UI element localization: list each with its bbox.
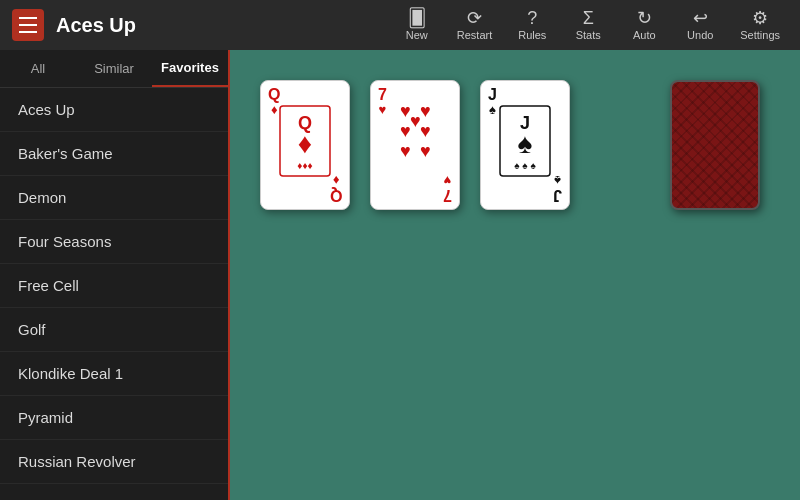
main-area: All Similar Favorites Aces Up Baker's Ga… [0, 50, 800, 500]
stats-button[interactable]: Σ Stats [564, 5, 612, 45]
card-suit: ♦ [332, 174, 339, 187]
new-button[interactable]: 🂠 New [393, 5, 441, 45]
restart-button[interactable]: ⟳ Restart [449, 5, 500, 45]
list-item[interactable]: Spider [0, 484, 228, 500]
hamburger-line [19, 31, 37, 33]
new-icon: 🂠 [408, 9, 426, 27]
undo-button[interactable]: ↩ Undo [676, 5, 724, 45]
svg-text:♠: ♠ [518, 128, 533, 159]
rules-button[interactable]: ? Rules [508, 5, 556, 45]
game-area: Q ♦ Q ♦ ♦♦♦ Q ♦ 7 ♥ [230, 50, 800, 500]
card-suit: ♠ [554, 174, 561, 187]
card-deck[interactable] [670, 80, 760, 210]
tab-favorites[interactable]: Favorites [152, 50, 228, 87]
undo-icon: ↩ [693, 9, 708, 27]
svg-text:♥: ♥ [420, 101, 431, 121]
svg-text:♥: ♥ [420, 121, 431, 141]
card-bottom-label: J ♠ [553, 174, 562, 203]
rules-label: Rules [518, 29, 546, 41]
list-item[interactable]: Free Cell [0, 264, 228, 308]
card-rank: 7 [443, 187, 452, 203]
sidebar-tabs: All Similar Favorites [0, 50, 228, 88]
list-item[interactable]: Demon [0, 176, 228, 220]
list-item[interactable]: Russian Revolver [0, 440, 228, 484]
settings-button[interactable]: ⚙ Settings [732, 5, 788, 45]
app-title: Aces Up [56, 14, 136, 37]
card-rank: Q [330, 187, 342, 203]
card-suit: ♥ [444, 174, 452, 187]
new-label: New [406, 29, 428, 41]
svg-text:♠ ♠ ♠: ♠ ♠ ♠ [514, 160, 536, 171]
list-item[interactable]: Klondike Deal 1 [0, 352, 228, 396]
card-face-center: J ♠ ♠ ♠ ♠ [495, 101, 555, 189]
svg-text:♥: ♥ [410, 111, 421, 131]
auto-icon: ↻ [637, 9, 652, 27]
tab-all[interactable]: All [0, 50, 76, 87]
card-jack-spades[interactable]: J ♠ J ♠ ♠ ♠ ♠ J ♠ [480, 80, 570, 210]
hamburger-line [19, 17, 37, 19]
restart-icon: ⟳ [467, 9, 482, 27]
toolbar-left: Aces Up [12, 9, 242, 41]
rules-icon: ? [527, 9, 537, 27]
card-queen-diamonds[interactable]: Q ♦ Q ♦ ♦♦♦ Q ♦ [260, 80, 350, 210]
settings-icon: ⚙ [752, 9, 768, 27]
stats-icon: Σ [583, 9, 594, 27]
list-item[interactable]: Baker's Game [0, 132, 228, 176]
svg-text:♦♦♦: ♦♦♦ [297, 160, 312, 171]
restart-label: Restart [457, 29, 492, 41]
tab-similar[interactable]: Similar [76, 50, 152, 87]
card-bottom-label: 7 ♥ [443, 174, 452, 203]
card-pips: ♥ ♥ ♥ ♥ ♥ ♥ ♥ [386, 101, 444, 181]
list-item[interactable]: Pyramid [0, 396, 228, 440]
list-item[interactable]: Golf [0, 308, 228, 352]
menu-button[interactable] [12, 9, 44, 41]
stats-label: Stats [576, 29, 601, 41]
card-seven-hearts[interactable]: 7 ♥ ♥ ♥ ♥ ♥ ♥ ♥ ♥ 7 ♥ [370, 80, 460, 210]
game-list: Aces Up Baker's Game Demon Four Seasons … [0, 88, 228, 500]
toolbar: Aces Up 🂠 New ⟳ Restart ? Rules Σ Stats … [0, 0, 800, 50]
toolbar-actions: 🂠 New ⟳ Restart ? Rules Σ Stats ↻ Auto ↩… [393, 5, 788, 45]
sidebar: All Similar Favorites Aces Up Baker's Ga… [0, 50, 230, 500]
list-item[interactable]: Aces Up [0, 88, 228, 132]
hamburger-line [19, 24, 37, 26]
svg-text:♦: ♦ [298, 128, 312, 159]
card-bottom-label: Q ♦ [330, 174, 342, 203]
card-rank: J [553, 187, 562, 203]
card-face-center: Q ♦ ♦♦♦ [275, 101, 335, 189]
auto-button[interactable]: ↻ Auto [620, 5, 668, 45]
settings-label: Settings [740, 29, 780, 41]
svg-text:♥: ♥ [420, 141, 431, 161]
undo-label: Undo [687, 29, 713, 41]
list-item[interactable]: Four Seasons [0, 220, 228, 264]
svg-text:♥: ♥ [400, 141, 411, 161]
auto-label: Auto [633, 29, 656, 41]
